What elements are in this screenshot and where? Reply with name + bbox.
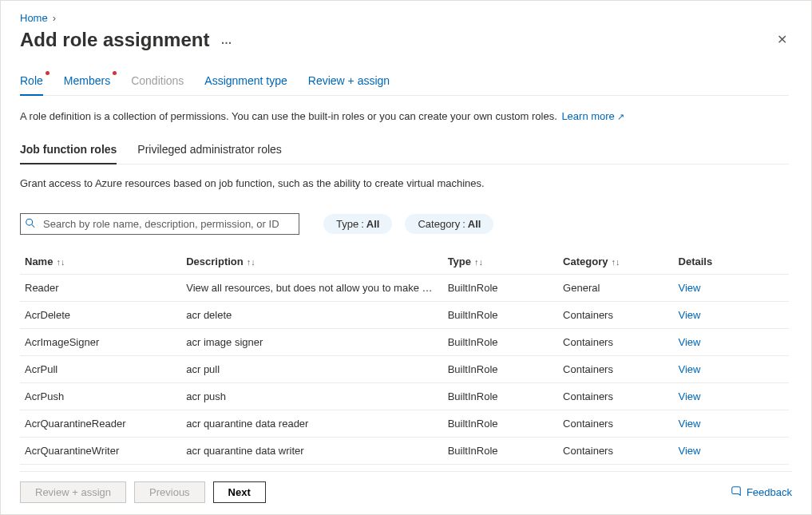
table-row[interactable]: AcrImageSigneracr image signerBuiltInRol… <box>20 329 789 356</box>
cell-category: Containers <box>558 356 673 383</box>
cell-description: acr push <box>181 383 442 410</box>
cell-name: AcrQuarantineWriter <box>20 438 181 465</box>
table-row[interactable]: AcrQuarantineWriteracr quarantine data w… <box>20 438 789 465</box>
view-link[interactable]: View <box>679 390 701 402</box>
view-link[interactable]: View <box>679 309 701 321</box>
subtab-job-function[interactable]: Job function roles <box>20 138 117 164</box>
subtab-privileged-admin[interactable]: Privileged administrator roles <box>137 138 282 164</box>
sort-icon: ↑↓ <box>247 257 255 267</box>
more-icon[interactable]: … <box>220 34 233 46</box>
search-box <box>20 213 299 235</box>
filter-type[interactable]: Type : All <box>323 214 392 234</box>
cell-category: Containers <box>558 410 673 438</box>
sort-icon: ↑↓ <box>474 257 483 267</box>
close-icon[interactable]: ✕ <box>772 27 792 52</box>
cell-name: Reader <box>20 275 181 302</box>
tab-assignment-type[interactable]: Assignment type <box>204 69 287 95</box>
cell-category: General <box>558 275 673 302</box>
breadcrumb: Home › <box>20 12 792 24</box>
cell-category: Containers <box>558 329 673 356</box>
table-row[interactable]: AcrPullacr pullBuiltInRoleContainersView <box>20 356 789 383</box>
svg-line-1 <box>32 224 35 228</box>
table-row[interactable]: AcrPushacr pushBuiltInRoleContainersView <box>20 383 789 410</box>
roles-table: Name↑↓ Description↑↓ Type↑↓ Category↑↓ D… <box>20 249 789 465</box>
external-link-icon: ↗ <box>617 112 624 121</box>
cell-type: BuiltInRole <box>443 302 558 329</box>
tab-review-assign[interactable]: Review + assign <box>308 69 390 95</box>
view-link[interactable]: View <box>679 336 701 348</box>
info-text: A role definition is a collection of per… <box>20 110 789 122</box>
cell-name: AcrPull <box>20 356 181 383</box>
feedback-icon <box>731 485 742 499</box>
cell-description: acr delete <box>181 302 442 329</box>
cell-type: BuiltInRole <box>443 438 558 465</box>
review-assign-button: Review + assign <box>20 481 126 503</box>
search-icon <box>25 217 36 231</box>
feedback-link[interactable]: Feedback <box>731 485 792 499</box>
svg-point-0 <box>26 219 33 225</box>
breadcrumb-home[interactable]: Home <box>20 12 48 24</box>
view-link[interactable]: View <box>679 363 701 375</box>
cell-name: AcrPush <box>20 383 181 410</box>
cell-category: Containers <box>558 383 673 410</box>
cell-description: acr quarantine data reader <box>181 410 442 438</box>
cell-description: acr pull <box>181 356 442 383</box>
subtab-description: Grant access to Azure resources based on… <box>20 177 789 189</box>
cell-type: BuiltInRole <box>443 275 558 302</box>
col-type[interactable]: Type↑↓ <box>443 249 558 275</box>
page-title: Add role assignment … <box>20 29 233 51</box>
table-row[interactable]: AcrDeleteacr deleteBuiltInRoleContainers… <box>20 302 789 329</box>
next-button[interactable]: Next <box>213 481 266 503</box>
cell-type: BuiltInRole <box>443 383 558 410</box>
cell-category: Containers <box>558 302 673 329</box>
cell-name: AcrImageSigner <box>20 329 181 356</box>
cell-name: AcrQuarantineReader <box>20 410 181 438</box>
sort-icon: ↑↓ <box>56 257 65 267</box>
previous-button: Previous <box>134 481 205 503</box>
col-description[interactable]: Description↑↓ <box>181 249 442 275</box>
tab-role[interactable]: Role <box>20 69 43 95</box>
cell-description: acr quarantine data writer <box>181 438 442 465</box>
tab-conditions[interactable]: Conditions <box>131 69 184 95</box>
cell-type: BuiltInRole <box>443 356 558 383</box>
view-link[interactable]: View <box>679 445 701 457</box>
col-details: Details <box>674 249 789 275</box>
tab-members[interactable]: Members <box>64 69 110 95</box>
cell-category: Containers <box>558 438 673 465</box>
cell-type: BuiltInRole <box>443 410 558 438</box>
view-link[interactable]: View <box>679 282 701 294</box>
table-row[interactable]: ReaderView all resources, but does not a… <box>20 275 789 302</box>
cell-description: acr image signer <box>181 329 442 356</box>
search-input[interactable] <box>20 213 299 235</box>
filter-category[interactable]: Category : All <box>405 214 493 234</box>
tabs: Role Members Conditions Assignment type … <box>20 69 789 96</box>
sort-icon: ↑↓ <box>611 257 620 267</box>
cell-description: View all resources, but does not allow y… <box>181 275 442 302</box>
subtabs: Job function roles Privileged administra… <box>20 138 789 164</box>
cell-name: AcrDelete <box>20 302 181 329</box>
view-link[interactable]: View <box>679 418 701 430</box>
learn-more-link[interactable]: Learn more ↗ <box>561 110 624 122</box>
table-row[interactable]: AcrQuarantineReaderacr quarantine data r… <box>20 410 789 438</box>
col-name[interactable]: Name↑↓ <box>20 249 181 275</box>
col-category[interactable]: Category↑↓ <box>558 249 673 275</box>
chevron-right-icon: › <box>53 12 56 24</box>
cell-type: BuiltInRole <box>443 329 558 356</box>
